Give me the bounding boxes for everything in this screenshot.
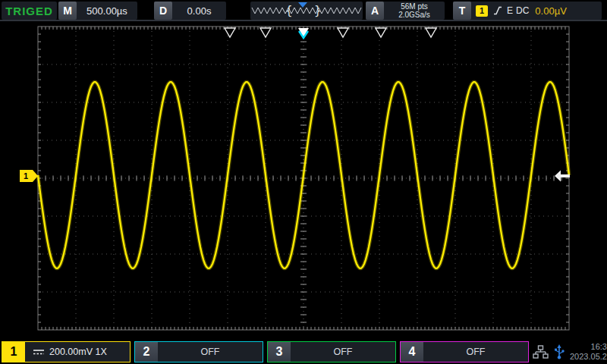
timebase-box[interactable]: M 500.00µs xyxy=(58,2,137,20)
trigger-position-marker xyxy=(426,28,436,37)
time-value: 16:31 xyxy=(570,342,607,352)
timebase-value: 500.00µs xyxy=(77,5,137,17)
trigger-level-value: 0.00µV xyxy=(535,5,566,17)
channel-2-number: 2 xyxy=(135,342,158,362)
trigger-position-marker xyxy=(376,28,386,37)
channel-bar: 1 200.00mV 1X 2 OFF 3 OFF 4 OFF xyxy=(0,340,607,364)
channel-1-number: 1 xyxy=(2,342,25,362)
record-preview-waveform: {} xyxy=(250,2,363,20)
trigger-type: E xyxy=(507,5,513,16)
acquire-rate: 2.0GSa/s xyxy=(398,11,430,19)
rising-edge-icon xyxy=(493,5,502,16)
channel-1-settings: 200.00mV 1X xyxy=(25,347,130,357)
channel-1-box[interactable]: 1 200.00mV 1X xyxy=(2,341,131,362)
channel-4-status: OFF xyxy=(423,347,528,357)
waveform-display: 1 xyxy=(0,21,607,340)
channel-4-number: 4 xyxy=(401,342,423,362)
lan-icon xyxy=(533,345,549,359)
svg-text:{: { xyxy=(285,4,293,17)
channel-2-status: OFF xyxy=(158,347,263,357)
dc-coupling-icon xyxy=(33,348,45,356)
acquire-box[interactable]: A 56M pts 2.0GSa/s xyxy=(366,2,445,20)
trigger-chip: T xyxy=(453,2,471,20)
delay-box[interactable]: D 0.00s xyxy=(154,2,226,20)
acquire-points: 56M pts xyxy=(401,2,428,11)
acquire-values: 56M pts 2.0GSa/s xyxy=(384,2,445,19)
trigger-position-marker xyxy=(338,28,348,37)
trigger-status: TRIGED xyxy=(2,2,57,20)
channel-1-level-marker[interactable] xyxy=(20,170,38,182)
channel-4-box[interactable]: 4 OFF xyxy=(400,341,529,362)
trigger-info-box[interactable]: T 1 E DC 0.00µV xyxy=(453,2,602,20)
svg-text:}: } xyxy=(314,4,322,17)
trigger-source-badge: 1 xyxy=(476,5,488,17)
trigger-coupling: DC xyxy=(516,5,529,16)
delay-value: 0.00s xyxy=(172,5,226,17)
channel-3-number: 3 xyxy=(268,342,291,362)
oscilloscope-screen: TRIGED M 500.00µs D 0.00s {} A 56M pts 2… xyxy=(0,0,607,364)
trigger-position-marker xyxy=(225,28,235,37)
trigger-position-marker xyxy=(260,28,271,37)
status-bar: TRIGED M 500.00µs D 0.00s {} A 56M pts 2… xyxy=(0,0,607,21)
timebase-chip: M xyxy=(58,2,77,20)
graticule: 1 xyxy=(0,21,607,340)
channel-2-box[interactable]: 2 OFF xyxy=(134,341,263,362)
delay-chip: D xyxy=(154,2,172,20)
channel-1-level-marker-label: 1 xyxy=(24,171,28,180)
channel-3-status: OFF xyxy=(291,347,395,357)
clock: 16:31 2023.05.26 xyxy=(570,342,607,362)
acquire-chip: A xyxy=(366,2,384,20)
record-preview[interactable]: {} xyxy=(250,2,363,20)
channel-3-box[interactable]: 3 OFF xyxy=(267,341,396,362)
usb-icon xyxy=(554,344,565,359)
preview-position-triangle-icon xyxy=(298,2,307,8)
channel-1-scale: 200.00mV 1X xyxy=(49,347,107,357)
trigger-status-label: TRIGED xyxy=(5,5,53,17)
date-value: 2023.05.26 xyxy=(570,352,607,362)
system-status-area: 16:31 2023.05.26 xyxy=(533,341,607,362)
